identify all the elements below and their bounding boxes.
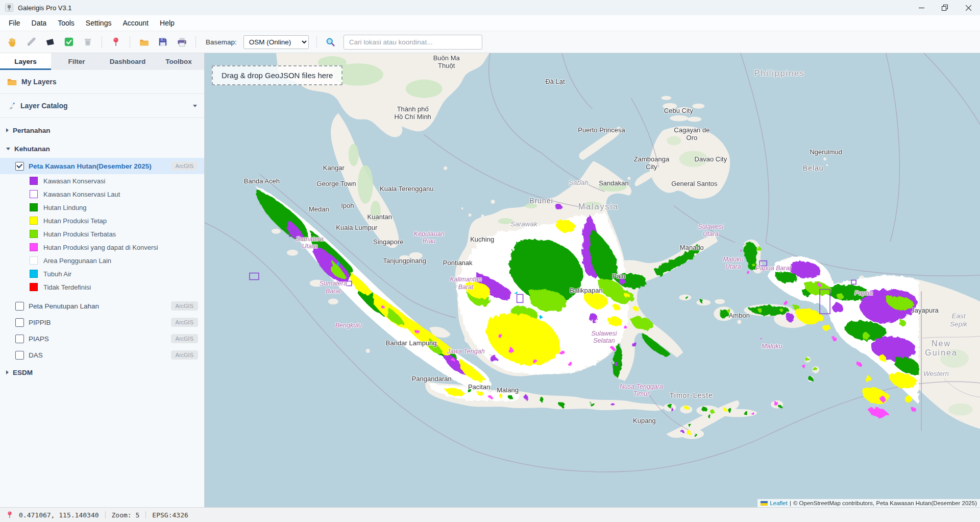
attribution-separator: |: [790, 500, 791, 506]
layer-row-piaps[interactable]: PIAPS ArcGIS: [0, 330, 204, 347]
status-zoom: Zoom: 5: [112, 511, 140, 519]
maximize-button[interactable]: [933, 0, 957, 15]
legend-swatch: [30, 190, 38, 198]
folder-icon: [139, 37, 150, 48]
minimize-icon: [919, 5, 924, 11]
toolbar-separator: [195, 36, 196, 48]
basemap-select[interactable]: OSM (Online): [243, 35, 309, 49]
legend-item: Kawasan Konservasi: [0, 174, 204, 187]
layer-catalog-row[interactable]: Layer Catalog: [0, 94, 204, 118]
arcgis-badge: ArcGIS: [171, 161, 198, 171]
legend-swatch: [30, 217, 38, 225]
legend-swatch: [30, 230, 38, 238]
menu-account[interactable]: Account: [117, 16, 154, 30]
arcgis-badge: ArcGIS: [171, 318, 198, 327]
layer-tree: Pertanahan Kehutanan Peta Kawasan Hutan(…: [0, 118, 204, 385]
search-button[interactable]: [325, 36, 337, 48]
tab-dashboard[interactable]: Dashboard: [102, 53, 153, 70]
tab-filter[interactable]: Filter: [51, 53, 102, 70]
group-kehutanan[interactable]: Kehutanan: [0, 139, 204, 158]
map-canvas[interactable]: [205, 53, 980, 507]
close-icon: [966, 5, 971, 11]
toolbar-separator: [316, 36, 317, 48]
layer-row-peta-penutupan-lahan[interactable]: Peta Penutupan Lahan ArcGIS: [0, 298, 204, 314]
menu-settings[interactable]: Settings: [80, 16, 117, 30]
menu-file[interactable]: File: [3, 16, 26, 30]
pen-icon: [26, 37, 36, 47]
layer-checkbox[interactable]: [15, 351, 24, 360]
pin-icon: [111, 37, 120, 47]
search-input[interactable]: [344, 35, 482, 50]
close-button[interactable]: [957, 0, 980, 15]
main-content: Layers Filter Dashboard Toolbox My Layer…: [0, 53, 980, 507]
legend-swatch: [30, 270, 38, 278]
window-title: Galerigis Pro V3.1: [18, 4, 72, 12]
layer-checkbox[interactable]: [15, 318, 24, 327]
group-pertanahan[interactable]: Pertanahan: [0, 121, 204, 139]
print-button[interactable]: [176, 36, 188, 48]
status-epsg: EPSG:4326: [152, 511, 188, 519]
app-icon: [5, 4, 13, 12]
layer-checkbox[interactable]: [15, 302, 24, 311]
attribution-text: © OpenStreetMap contributors, Peta Kawas…: [793, 500, 977, 506]
save-button[interactable]: [157, 36, 169, 48]
legend-swatch: [30, 256, 38, 265]
chevron-down-icon[interactable]: [193, 105, 197, 107]
toolbar: Basemap: OSM (Online): [0, 31, 980, 53]
chevron-right-icon: [6, 370, 9, 374]
coordinates-pin-icon: [7, 511, 13, 519]
add-marker-button[interactable]: [110, 36, 122, 48]
legend-item: Tidak Terdefinisi: [0, 280, 204, 294]
menu-data[interactable]: Data: [26, 16, 53, 30]
menu-tools[interactable]: Tools: [52, 16, 80, 30]
legend-item: Hutan Lindung: [0, 201, 204, 214]
group-esdm[interactable]: ESDM: [0, 363, 204, 382]
arcgis-badge: ArcGIS: [171, 334, 198, 343]
pan-tool-button[interactable]: [6, 36, 18, 48]
status-coordinates: 0.471067, 115.140340: [19, 511, 99, 519]
polygon-icon: [45, 37, 55, 47]
map-container[interactable]: Buôn Ma ThuộtĐà LạtThành phố Hồ Chí Minh…: [205, 53, 980, 507]
ukraine-flag-icon: [761, 501, 768, 506]
tab-layers[interactable]: Layers: [0, 53, 51, 70]
select-confirm-button[interactable]: [63, 36, 75, 48]
legend-item: Hutan Produksi yang dapat di Konversi: [0, 241, 204, 254]
my-layers-label: My Layers: [21, 78, 56, 86]
arcgis-badge: ArcGIS: [171, 301, 198, 311]
minimize-button[interactable]: [910, 0, 933, 15]
tab-toolbox[interactable]: Toolbox: [153, 53, 204, 70]
draw-polygon-tool-button[interactable]: [44, 36, 56, 48]
geojson-dropzone[interactable]: Drag & drop GeoJSON files here: [212, 65, 342, 85]
arcgis-badge: ArcGIS: [171, 350, 198, 360]
layer-row-peta-kawasan-hutan[interactable]: Peta Kawasan Hutan(Desember 2025) ArcGIS: [0, 158, 204, 174]
legend-item: Area Penggunaan Lain: [0, 254, 204, 267]
draw-line-tool-button[interactable]: [25, 36, 37, 48]
floppy-disk-icon: [158, 37, 168, 47]
menu-bar: File Data Tools Settings Account Help: [0, 15, 980, 31]
legend-item: Kawasan Konservasi Laut: [0, 187, 204, 201]
legend-swatch: [30, 203, 38, 211]
open-file-button[interactable]: [138, 36, 150, 48]
my-layers-row[interactable]: My Layers: [0, 70, 204, 94]
status-bar: 0.471067, 115.140340 Zoom: 5 EPSG:4326: [0, 507, 980, 522]
map-attribution: Leaflet | © OpenStreetMap contributors, …: [757, 499, 980, 507]
basemap-label: Basemap:: [206, 38, 237, 46]
delete-tool-button[interactable]: [82, 36, 94, 48]
restore-icon: [942, 5, 948, 11]
chevron-down-icon: [6, 148, 10, 150]
leaflet-link[interactable]: Leaflet: [770, 500, 788, 506]
search-icon: [326, 37, 335, 47]
legend-swatch: [30, 243, 38, 251]
layer-checkbox[interactable]: [15, 162, 24, 171]
legend-item: Tubuh Air: [0, 267, 204, 280]
layer-checkbox[interactable]: [15, 335, 24, 343]
toolbar-separator: [102, 36, 102, 48]
chevron-right-icon: [6, 128, 9, 132]
check-square-icon: [64, 37, 74, 47]
layer-row-das[interactable]: DAS ArcGIS: [0, 347, 204, 363]
title-bar: Galerigis Pro V3.1: [0, 0, 980, 15]
layer-row-pippib[interactable]: PIPPIB ArcGIS: [0, 314, 204, 330]
sidebar: Layers Filter Dashboard Toolbox My Layer…: [0, 53, 205, 507]
menu-help[interactable]: Help: [154, 16, 180, 30]
legend-swatch: [30, 177, 38, 185]
